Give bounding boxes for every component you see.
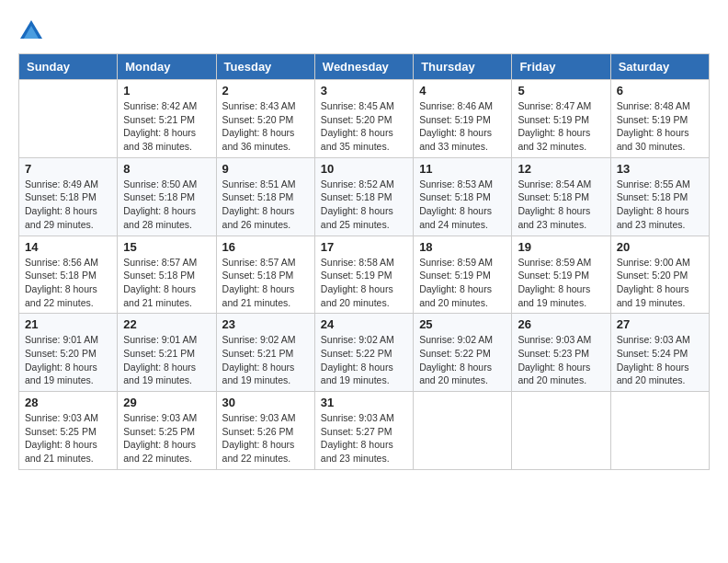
day-number: 20 — [617, 240, 703, 254]
day-number: 25 — [419, 317, 506, 331]
day-number: 26 — [518, 317, 604, 331]
day-cell: 13Sunrise: 8:55 AM Sunset: 5:18 PM Dayli… — [610, 157, 709, 236]
day-number: 3 — [321, 84, 407, 98]
day-info: Sunrise: 8:54 AM Sunset: 5:18 PM Dayligh… — [518, 178, 604, 232]
day-cell: 23Sunrise: 9:02 AM Sunset: 5:21 PM Dayli… — [216, 314, 314, 392]
day-info: Sunrise: 9:03 AM Sunset: 5:26 PM Dayligh… — [222, 411, 309, 465]
day-cell — [512, 392, 610, 470]
day-number: 2 — [222, 84, 309, 98]
day-number: 14 — [25, 240, 111, 254]
day-info: Sunrise: 8:49 AM Sunset: 5:18 PM Dayligh… — [25, 178, 111, 232]
day-cell: 10Sunrise: 8:52 AM Sunset: 5:18 PM Dayli… — [314, 157, 413, 236]
day-cell: 19Sunrise: 8:59 AM Sunset: 5:19 PM Dayli… — [512, 236, 610, 314]
day-cell: 21Sunrise: 9:01 AM Sunset: 5:20 PM Dayli… — [19, 314, 118, 392]
day-info: Sunrise: 9:02 AM Sunset: 5:21 PM Dayligh… — [222, 333, 309, 387]
week-row-3: 21Sunrise: 9:01 AM Sunset: 5:20 PM Dayli… — [19, 314, 710, 392]
day-info: Sunrise: 9:03 AM Sunset: 5:27 PM Dayligh… — [321, 411, 407, 465]
page-header — [18, 18, 710, 44]
day-info: Sunrise: 8:57 AM Sunset: 5:18 PM Dayligh… — [222, 256, 309, 310]
day-info: Sunrise: 9:02 AM Sunset: 5:22 PM Dayligh… — [321, 333, 407, 387]
week-row-2: 14Sunrise: 8:56 AM Sunset: 5:18 PM Dayli… — [19, 236, 710, 314]
day-cell: 2Sunrise: 8:43 AM Sunset: 5:20 PM Daylig… — [216, 80, 314, 158]
day-cell: 18Sunrise: 8:59 AM Sunset: 5:19 PM Dayli… — [414, 236, 512, 314]
day-info: Sunrise: 8:59 AM Sunset: 5:19 PM Dayligh… — [518, 256, 604, 310]
day-info: Sunrise: 8:53 AM Sunset: 5:18 PM Dayligh… — [419, 178, 506, 232]
day-info: Sunrise: 8:47 AM Sunset: 5:19 PM Dayligh… — [518, 99, 604, 154]
day-cell — [414, 392, 512, 470]
day-number: 31 — [321, 396, 407, 409]
day-info: Sunrise: 8:57 AM Sunset: 5:18 PM Dayligh… — [123, 256, 210, 310]
header-friday: Friday — [512, 54, 610, 80]
header-saturday: Saturday — [610, 54, 709, 80]
day-info: Sunrise: 8:55 AM Sunset: 5:18 PM Dayligh… — [617, 178, 703, 232]
day-cell: 30Sunrise: 9:03 AM Sunset: 5:26 PM Dayli… — [216, 392, 314, 470]
week-row-4: 28Sunrise: 9:03 AM Sunset: 5:25 PM Dayli… — [19, 392, 710, 470]
day-cell: 5Sunrise: 8:47 AM Sunset: 5:19 PM Daylig… — [512, 80, 610, 158]
day-cell: 20Sunrise: 9:00 AM Sunset: 5:20 PM Dayli… — [610, 236, 709, 314]
logo-icon — [18, 18, 44, 44]
day-number: 16 — [222, 240, 309, 254]
day-number: 11 — [419, 162, 506, 176]
day-info: Sunrise: 9:01 AM Sunset: 5:20 PM Dayligh… — [25, 333, 111, 387]
day-cell: 16Sunrise: 8:57 AM Sunset: 5:18 PM Dayli… — [216, 236, 314, 314]
week-row-0: 1Sunrise: 8:42 AM Sunset: 5:21 PM Daylig… — [19, 80, 710, 158]
day-info: Sunrise: 8:50 AM Sunset: 5:18 PM Dayligh… — [123, 178, 210, 232]
day-cell: 3Sunrise: 8:45 AM Sunset: 5:20 PM Daylig… — [314, 80, 413, 158]
day-number: 29 — [123, 396, 210, 409]
day-number: 9 — [222, 162, 309, 176]
day-number: 17 — [321, 240, 407, 254]
day-number: 22 — [123, 317, 210, 331]
day-info: Sunrise: 9:03 AM Sunset: 5:25 PM Dayligh… — [123, 411, 210, 465]
day-info: Sunrise: 9:01 AM Sunset: 5:21 PM Dayligh… — [123, 333, 210, 387]
day-cell: 24Sunrise: 9:02 AM Sunset: 5:22 PM Dayli… — [314, 314, 413, 392]
day-info: Sunrise: 9:02 AM Sunset: 5:22 PM Dayligh… — [419, 333, 506, 387]
day-info: Sunrise: 9:03 AM Sunset: 5:23 PM Dayligh… — [518, 333, 604, 387]
day-info: Sunrise: 8:58 AM Sunset: 5:19 PM Dayligh… — [321, 256, 407, 310]
day-number: 10 — [321, 162, 407, 176]
header-tuesday: Tuesday — [216, 54, 314, 80]
header-monday: Monday — [118, 54, 216, 80]
day-cell: 15Sunrise: 8:57 AM Sunset: 5:18 PM Dayli… — [118, 236, 216, 314]
day-cell: 25Sunrise: 9:02 AM Sunset: 5:22 PM Dayli… — [414, 314, 512, 392]
day-info: Sunrise: 8:42 AM Sunset: 5:21 PM Dayligh… — [123, 99, 210, 154]
day-cell: 12Sunrise: 8:54 AM Sunset: 5:18 PM Dayli… — [512, 157, 610, 236]
day-cell: 29Sunrise: 9:03 AM Sunset: 5:25 PM Dayli… — [118, 392, 216, 470]
header-wednesday: Wednesday — [314, 54, 413, 80]
day-number: 12 — [518, 162, 604, 176]
day-info: Sunrise: 8:51 AM Sunset: 5:18 PM Dayligh… — [222, 178, 309, 232]
day-cell — [610, 392, 709, 470]
day-number: 1 — [123, 84, 210, 98]
day-number: 21 — [25, 317, 111, 331]
calendar-table: SundayMondayTuesdayWednesdayThursdayFrid… — [18, 53, 710, 470]
day-number: 15 — [123, 240, 210, 254]
day-cell: 27Sunrise: 9:03 AM Sunset: 5:24 PM Dayli… — [610, 314, 709, 392]
day-number: 18 — [419, 240, 506, 254]
day-cell: 28Sunrise: 9:03 AM Sunset: 5:25 PM Dayli… — [19, 392, 118, 470]
day-info: Sunrise: 9:00 AM Sunset: 5:20 PM Dayligh… — [617, 256, 703, 310]
week-row-1: 7Sunrise: 8:49 AM Sunset: 5:18 PM Daylig… — [19, 157, 710, 236]
day-cell: 9Sunrise: 8:51 AM Sunset: 5:18 PM Daylig… — [216, 157, 314, 236]
day-cell: 1Sunrise: 8:42 AM Sunset: 5:21 PM Daylig… — [118, 80, 216, 158]
day-info: Sunrise: 8:48 AM Sunset: 5:19 PM Dayligh… — [617, 99, 703, 154]
day-cell: 4Sunrise: 8:46 AM Sunset: 5:19 PM Daylig… — [414, 80, 512, 158]
day-number: 27 — [617, 317, 703, 331]
day-info: Sunrise: 8:45 AM Sunset: 5:20 PM Dayligh… — [321, 99, 407, 154]
day-cell: 11Sunrise: 8:53 AM Sunset: 5:18 PM Dayli… — [414, 157, 512, 236]
day-info: Sunrise: 8:43 AM Sunset: 5:20 PM Dayligh… — [222, 99, 309, 154]
day-number: 7 — [25, 162, 111, 176]
day-number: 13 — [617, 162, 703, 176]
day-number: 30 — [222, 396, 309, 409]
day-number: 24 — [321, 317, 407, 331]
day-cell: 6Sunrise: 8:48 AM Sunset: 5:19 PM Daylig… — [610, 80, 709, 158]
day-info: Sunrise: 8:52 AM Sunset: 5:18 PM Dayligh… — [321, 178, 407, 232]
header-thursday: Thursday — [414, 54, 512, 80]
day-number: 8 — [123, 162, 210, 176]
logo — [18, 18, 48, 44]
day-number: 6 — [617, 84, 703, 98]
day-number: 4 — [419, 84, 506, 98]
day-cell: 14Sunrise: 8:56 AM Sunset: 5:18 PM Dayli… — [19, 236, 118, 314]
day-number: 19 — [518, 240, 604, 254]
day-number: 23 — [222, 317, 309, 331]
day-cell: 26Sunrise: 9:03 AM Sunset: 5:23 PM Dayli… — [512, 314, 610, 392]
day-cell: 22Sunrise: 9:01 AM Sunset: 5:21 PM Dayli… — [118, 314, 216, 392]
